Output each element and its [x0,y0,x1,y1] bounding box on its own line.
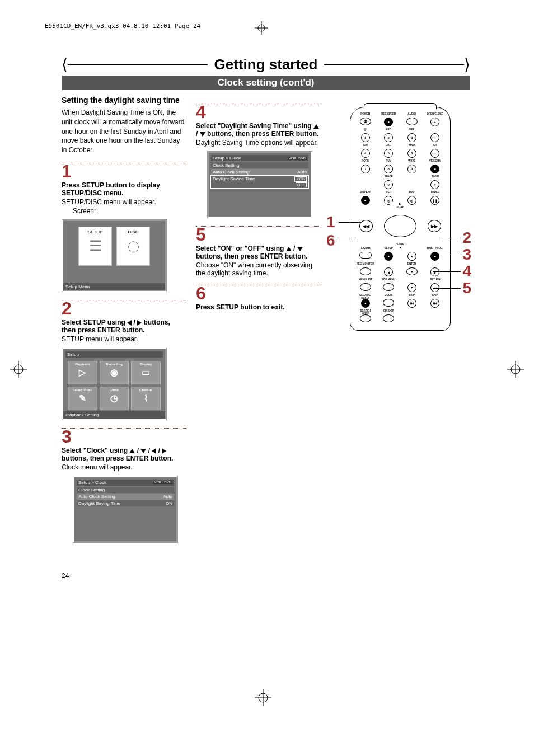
vcr-dvd-badge: VCRDVD [153,481,172,484]
remote-dpad: ▶PLAY ◀◀ ▶▶ STOP■ [356,209,444,243]
row-label: Auto Clock Setting [78,494,115,499]
remote-audio-button: AUDIO [402,113,421,126]
clock-icon: ◷ [100,392,129,405]
remote-recotr-button: REC/OTR [356,247,375,261]
crop-mark-icon [255,21,268,37]
tile-label: DISC [128,229,138,234]
remote-zoom-button: ZOOM [380,294,399,308]
select-video-icon: ✎ [68,392,97,405]
row-value: ON [166,501,172,506]
button-label: MNO [409,144,415,149]
remote-num-button: @!1 [356,129,375,142]
button-label: ABC [386,129,391,133]
num: 7 [361,165,370,173]
triangle-right-icon [137,318,142,326]
clear-icon: ● [361,299,370,308]
button-label: WXYZ [408,160,415,165]
num: 0 [384,180,393,189]
screen-label: Screen: [73,207,186,215]
remote-spacer [426,310,445,322]
middle-column: 4 Select "Daylight Saving Time" using / … [196,96,320,547]
cell-label: Recording [106,363,123,366]
row-label: Clock Setting [78,487,105,492]
button-label: TOP MENU [382,279,395,283]
left-column: Setting the daylight saving time When Da… [62,96,186,547]
screen-row-highlight: Daylight Saving Time ON OFF [211,176,308,188]
text-fragment: Select "Daylight Saving Time" using [196,122,313,130]
remote-spacer [402,310,421,322]
stop-text: STOP [396,242,404,246]
button-label: CLEAR/C-RESET [356,294,375,299]
triangle-left-icon [127,318,132,326]
num: 1 [361,133,370,142]
setup-cell: Playback▷ [68,361,97,384]
text-fragment: buttons, then press ENTER button. [196,252,307,260]
remote-topmenu-button: TOP MENU [380,279,399,292]
screen-row: Auto Clock SettingAuto [211,169,308,175]
remote-skipfwd-button: SKIP⏭ [426,294,445,308]
cell-label: Display [140,363,152,366]
intro-paragraph: When Daylight Saving Time is ON, the uni… [62,108,186,155]
triangle-down-icon [200,130,205,138]
remote-skipback-button: SKIP⏮ [402,294,421,308]
screen-title: Setup [67,352,79,357]
remote-num-button: ABC2 [380,129,399,142]
button-label: SKIP [409,294,415,299]
screen2-illustration: Setup Playback▷ Recording◉ Display▭ Sele… [62,348,167,420]
screen-status: Playback Setting [63,411,165,419]
rule-line [68,64,208,65]
triangle-left-icon [152,447,156,454]
disc-icon: ◌ [117,234,149,258]
print-header-line: E9501CD_EN/FR_v3.qx3 04.8.10 12:01 Page … [45,22,200,30]
row-label: Daylight Saving Time [213,176,255,187]
setup-cell: Recording◉ [100,361,129,384]
cell-label: Channel [139,388,153,392]
arrow-down-icon: ▼ [407,283,416,292]
remote-dvd-button: DVD◎ [402,191,421,205]
remote-power-button: POWER⏻ [356,113,375,126]
button-label: CH [433,144,437,149]
dvd-label: DVD [163,481,172,484]
chevron-right-icon: ⟩ [464,57,470,73]
step-number-3: 3 [62,428,186,445]
remote-num-button: JKL5 [380,144,399,158]
button-label: CM SKIP [383,310,394,314]
remote-pause-button: PAUSE❚❚ [426,191,445,205]
step-number-5: 5 [196,226,320,243]
screen-row: Auto Clock SettingAuto [77,494,174,500]
option-off: OFF [296,182,307,187]
dvd-label: DVD [297,157,307,160]
remote-return-button: RETURN↩ [426,279,445,292]
button-label: TUV [386,160,391,165]
timer-icon: ● [430,252,439,261]
page-number: 24 [62,572,470,580]
skip-back-icon: ⏮ [407,299,416,308]
remote-spacer [402,176,421,189]
triangle-down-icon [140,447,146,454]
ch-up-icon: + [430,133,439,142]
setup-tile: SETUP ☰ [78,227,112,266]
callout-line [339,222,361,223]
button-label: @! [364,129,367,133]
cell-label: Playback [75,363,90,366]
topmenu-icon [383,283,394,291]
dpad-stop-label: STOP■ [396,242,404,249]
screen-breadcrumb: Setup > Clock [78,480,106,485]
triangle-up-icon [313,122,319,130]
button-label: OPEN/CLOSE [427,113,443,118]
num: 3 [407,133,416,142]
button-label: JKL [386,144,391,149]
button-label: DVD [409,191,415,196]
step3-instruction: Select "Clock" using / / / buttons, then… [62,447,186,462]
button-label: ENTER [407,263,416,267]
option-label: ON [299,177,306,181]
dpad-rewind-button: ◀◀ [359,220,373,232]
remote-num-button: DEF3 [402,129,421,142]
remote-num-button: WXYZ9 [402,160,421,173]
remote-recmonitor-button: REC MONITOR [356,263,375,276]
button-label: VCR [386,191,391,196]
button-label: POWER [360,113,370,118]
callout-2: 2 [462,229,471,247]
dvd-icon: ◎ [407,196,416,205]
remote-left-button: ◀ [380,263,399,276]
